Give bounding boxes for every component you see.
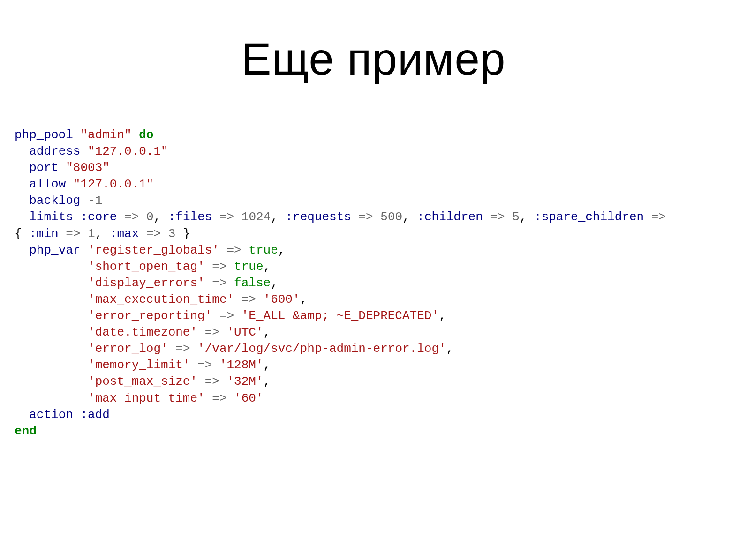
num-500: 500	[380, 210, 402, 224]
ident-allow: allow	[29, 177, 66, 191]
comma: ,	[154, 210, 161, 224]
str-32m: '32M'	[227, 374, 264, 388]
str-post-max-size: 'post_max_size'	[88, 374, 197, 388]
op-arrow: =>	[212, 260, 226, 274]
op-arrow: =>	[241, 292, 256, 306]
sym-files: :files	[168, 210, 212, 224]
num-1024: 1024	[241, 210, 271, 224]
comma: ,	[300, 292, 308, 306]
slide: Еще пример php_pool "admin" do address "…	[0, 0, 747, 560]
comma: ,	[264, 325, 271, 339]
comma: ,	[278, 243, 286, 257]
code-block: php_pool "admin" do address "127.0.0.1" …	[15, 127, 732, 440]
str-short-open-tag: 'short_open_tag'	[88, 260, 205, 274]
op-arrow: =>	[146, 227, 161, 241]
sym-children: :children	[417, 210, 483, 224]
str-600: '600'	[264, 292, 300, 306]
op-arrow: =>	[205, 325, 219, 339]
str-utc: 'UTC'	[227, 325, 264, 339]
str-128m: '128M'	[219, 358, 264, 372]
op-arrow: =>	[124, 210, 139, 224]
sym-min: :min	[29, 227, 58, 241]
op-arrow: =>	[219, 210, 234, 224]
op-arrow: =>	[219, 309, 234, 323]
comma: ,	[271, 210, 278, 224]
rbrace: }	[183, 227, 190, 241]
num-3: 3	[168, 227, 176, 241]
comma: ,	[95, 227, 103, 241]
keyword-do: do	[139, 128, 153, 142]
sym-add: :add	[80, 408, 109, 422]
sym-spare-children: :spare_children	[534, 210, 644, 224]
op-arrow: =>	[205, 374, 219, 388]
lbrace: {	[15, 227, 22, 241]
comma: ,	[439, 309, 446, 323]
str-max-input-time: 'max_input_time'	[88, 391, 205, 405]
comma: ,	[264, 358, 271, 372]
bool-true: true	[249, 243, 278, 257]
str-60: '60'	[234, 391, 263, 405]
comma: ,	[446, 342, 454, 356]
num-5: 5	[512, 210, 520, 224]
bool-false: false	[234, 276, 271, 290]
ident-action: action	[29, 408, 73, 422]
str-error-log-val: '/var/log/svc/php-admin-error.log'	[197, 342, 446, 356]
op-arrow: =>	[358, 210, 373, 224]
ident-address: address	[29, 144, 80, 158]
num-0: 0	[146, 210, 154, 224]
str-register-globals: 'register_globals'	[88, 243, 219, 257]
comma: ,	[271, 276, 278, 290]
string-admin: "admin"	[80, 128, 131, 142]
str-display-errors: 'display_errors'	[88, 276, 205, 290]
string-address: "127.0.0.1"	[88, 144, 168, 158]
str-error-log: 'error_log'	[88, 342, 168, 356]
keyword-end: end	[15, 424, 37, 438]
op-arrow: =>	[197, 358, 212, 372]
comma: ,	[264, 374, 271, 388]
ident-backlog: backlog	[29, 194, 80, 208]
ident-port: port	[29, 161, 58, 175]
ident-php-pool: php_pool	[15, 128, 73, 142]
str-max-execution-time: 'max_execution_time'	[88, 292, 234, 306]
op-arrow: =>	[66, 227, 80, 241]
comma: ,	[402, 210, 410, 224]
num-1: 1	[88, 227, 95, 241]
ident-php-var: php_var	[29, 243, 80, 257]
op-arrow: =>	[227, 243, 241, 257]
ident-limits: limits	[29, 210, 73, 224]
op-arrow: =>	[651, 210, 666, 224]
comma: ,	[520, 210, 527, 224]
str-error-reporting-val: 'E_ALL &amp; ~E_DEPRECATED'	[241, 309, 439, 323]
op-arrow: =>	[212, 276, 226, 290]
string-port: "8003"	[66, 161, 110, 175]
op-arrow: =>	[175, 342, 190, 356]
op-arrow: =>	[212, 391, 226, 405]
str-date-timezone: 'date.timezone'	[88, 325, 197, 339]
slide-title: Еще пример	[15, 33, 732, 85]
sym-core: :core	[80, 210, 117, 224]
str-error-reporting: 'error_reporting'	[88, 309, 212, 323]
bool-true: true	[234, 260, 263, 274]
comma: ,	[264, 260, 271, 274]
sym-max: :max	[110, 227, 139, 241]
num-neg1: -1	[88, 194, 102, 208]
op-arrow: =>	[490, 210, 505, 224]
sym-requests: :requests	[285, 210, 351, 224]
string-allow: "127.0.0.1"	[73, 177, 154, 191]
str-memory-limit: 'memory_limit'	[88, 358, 190, 372]
